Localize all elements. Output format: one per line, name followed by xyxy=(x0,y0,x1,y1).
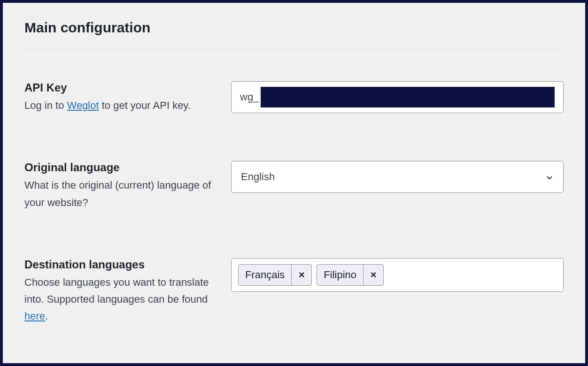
close-icon: × xyxy=(299,269,305,281)
section-title: Main configuration xyxy=(24,20,564,36)
original-language-row: Original language What is the original (… xyxy=(24,161,564,211)
original-language-label: Original language xyxy=(24,161,222,174)
api-key-label: API Key xyxy=(24,81,222,94)
weglot-link[interactable]: Weglot xyxy=(67,99,99,111)
api-key-row: API Key Log in to Weglot to get your API… xyxy=(24,81,564,114)
language-tag-label: Français xyxy=(239,265,292,285)
destination-languages-label-col: Destination languages Choose languages y… xyxy=(24,258,231,325)
api-key-input-col: wg_ xyxy=(231,81,564,113)
api-key-desc-suffix: to get your API key. xyxy=(99,99,191,111)
original-language-description: What is the original (current) language … xyxy=(24,177,222,211)
chevron-down-icon xyxy=(545,173,554,181)
destination-languages-desc-prefix: Choose languages you want to translate i… xyxy=(24,276,209,305)
supported-languages-link[interactable]: here xyxy=(24,310,45,322)
destination-languages-label: Destination languages xyxy=(24,258,222,271)
language-tag-label: Filipino xyxy=(317,265,364,285)
destination-languages-description: Choose languages you want to translate i… xyxy=(24,274,222,325)
api-key-description: Log in to Weglot to get your API key. xyxy=(24,97,222,114)
language-tag: Français × xyxy=(238,264,312,286)
original-language-select[interactable]: English xyxy=(231,161,564,193)
remove-tag-button[interactable]: × xyxy=(292,265,311,285)
api-key-value-prefix: wg_ xyxy=(240,91,259,103)
api-key-label-col: API Key Log in to Weglot to get your API… xyxy=(24,81,231,114)
api-key-desc-prefix: Log in to xyxy=(24,99,67,111)
api-key-input[interactable]: wg_ xyxy=(231,81,564,113)
destination-languages-input[interactable]: Français × Filipino × xyxy=(231,258,564,292)
divider xyxy=(24,48,564,48)
api-key-redacted xyxy=(261,87,555,107)
original-language-input-col: English xyxy=(231,161,564,193)
destination-languages-desc-suffix: . xyxy=(45,310,48,322)
language-tag: Filipino × xyxy=(317,264,384,286)
destination-languages-row: Destination languages Choose languages y… xyxy=(24,258,564,325)
main-configuration-panel: Main configuration API Key Log in to Weg… xyxy=(3,3,585,363)
original-language-label-col: Original language What is the original (… xyxy=(24,161,231,211)
remove-tag-button[interactable]: × xyxy=(364,265,383,285)
original-language-value: English xyxy=(241,171,275,183)
close-icon: × xyxy=(371,269,377,281)
destination-languages-input-col: Français × Filipino × xyxy=(231,258,564,292)
